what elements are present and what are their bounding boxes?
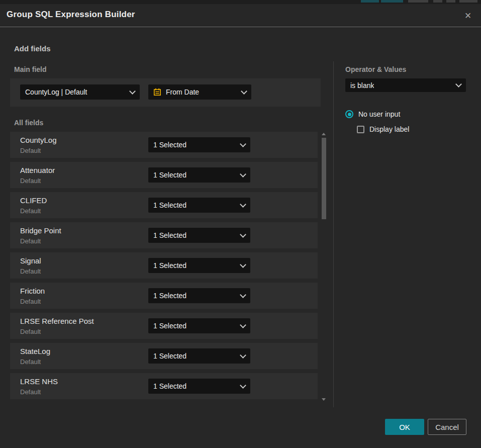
field-selection-dropdown[interactable]: 1 Selected [148, 258, 250, 273]
close-icon[interactable]: ✕ [461, 9, 475, 23]
field-row[interactable]: LRSE Reference Post Default 1 Selected [10, 313, 318, 339]
field-name: LRSE Reference Post [20, 317, 94, 325]
chevron-down-icon [240, 322, 246, 328]
scrollbar-up-arrow-icon[interactable] [322, 133, 326, 135]
column-divider [333, 61, 334, 407]
background-toolbar-fragment [361, 0, 379, 3]
chevron-down-icon [240, 231, 246, 238]
field-selection-value: 1 Selected [153, 261, 186, 270]
background-toolbar-fragment [446, 0, 455, 3]
main-field-source-dropdown[interactable]: CountyLog | Default [20, 84, 140, 100]
chevron-down-icon [240, 171, 246, 177]
field-source: Default [20, 237, 41, 245]
field-source: Default [20, 388, 41, 396]
field-selection-value: 1 Selected [153, 382, 186, 390]
field-name: Attenuator [20, 166, 55, 174]
background-toolbar-fragment [408, 0, 428, 3]
chevron-down-icon [129, 88, 136, 95]
field-source: Default [20, 358, 41, 366]
field-name: LRSE NHS [20, 377, 58, 386]
field-selection-dropdown[interactable]: 1 Selected [148, 167, 250, 183]
main-field-panel: CountyLog | Default From Date [10, 78, 321, 107]
main-field-source-value: CountyLog | Default [25, 88, 87, 96]
field-selection-value: 1 Selected [153, 201, 186, 209]
field-row[interactable]: LRSE NHS Default 1 Selected [10, 373, 318, 399]
field-source: Default [20, 177, 41, 185]
no-user-input-radio[interactable]: No user input [345, 110, 400, 118]
chevron-down-icon [240, 201, 246, 208]
field-selection-dropdown[interactable]: 1 Selected [148, 379, 250, 394]
field-source: Default [20, 267, 41, 275]
field-source: Default [20, 207, 41, 215]
field-name: CountyLog [20, 136, 57, 144]
main-field-date-value: From Date [166, 88, 199, 96]
background-app-strip [0, 0, 481, 4]
field-selection-value: 1 Selected [153, 231, 186, 239]
background-toolbar-fragment [381, 0, 403, 3]
scrollbar-down-arrow-icon[interactable] [322, 398, 326, 401]
chevron-down-icon [240, 382, 246, 389]
main-field-date-dropdown[interactable]: From Date [148, 84, 251, 100]
checkbox-unchecked-icon [357, 126, 364, 133]
dialog-titlebar: Group SQL Expression Builder ✕ [0, 4, 481, 27]
display-label-checkbox[interactable]: Display label [357, 125, 409, 133]
no-user-input-label: No user input [358, 110, 400, 118]
titlebar-divider [0, 27, 481, 27]
field-selection-value: 1 Selected [153, 141, 186, 149]
add-fields-heading: Add fields [14, 44, 51, 53]
scrollbar-thumb[interactable] [322, 138, 326, 219]
dialog-title: Group SQL Expression Builder [7, 10, 135, 20]
field-name: Friction [20, 287, 45, 295]
field-selection-dropdown[interactable]: 1 Selected [148, 288, 250, 303]
field-name: Signal [20, 256, 41, 265]
operator-dropdown-value: is blank [350, 81, 374, 89]
field-source: Default [20, 298, 41, 305]
field-selection-value: 1 Selected [153, 292, 186, 300]
field-row[interactable]: StateLog Default 1 Selected [10, 343, 318, 369]
chevron-down-icon [455, 81, 462, 87]
field-name: StateLog [20, 347, 50, 355]
ok-button[interactable]: OK [385, 419, 424, 435]
field-selection-value: 1 Selected [153, 322, 186, 330]
field-row[interactable]: CLIFED Default 1 Selected [10, 192, 318, 218]
field-name: Bridge Point [20, 226, 61, 235]
calendar-icon [153, 88, 161, 96]
background-toolbar-fragment [433, 0, 442, 3]
field-selection-value: 1 Selected [153, 352, 186, 360]
field-row[interactable]: Bridge Point Default 1 Selected [10, 222, 318, 248]
all-fields-label: All fields [14, 119, 43, 127]
display-label-label: Display label [369, 125, 409, 133]
chevron-down-icon [241, 88, 247, 95]
operator-values-heading: Operator & Values [345, 65, 406, 73]
chevron-down-icon [240, 261, 246, 268]
field-source: Default [20, 328, 41, 335]
field-selection-dropdown[interactable]: 1 Selected [148, 137, 250, 152]
all-fields-list: CountyLog Default 1 Selected Attenuator … [10, 132, 318, 403]
field-selection-dropdown[interactable]: 1 Selected [148, 228, 250, 243]
chevron-down-icon [240, 292, 246, 298]
cancel-button[interactable]: Cancel [428, 419, 466, 435]
field-selection-dropdown[interactable]: 1 Selected [148, 348, 250, 364]
main-field-label: Main field [14, 65, 47, 73]
field-selection-dropdown[interactable]: 1 Selected [148, 198, 250, 213]
screen: Group SQL Expression Builder ✕ Add field… [0, 0, 481, 448]
operator-dropdown[interactable]: is blank [345, 78, 466, 92]
radio-selected-icon [345, 110, 353, 118]
group-sql-expression-builder-dialog: Group SQL Expression Builder ✕ Add field… [0, 4, 481, 448]
field-row[interactable]: Friction Default 1 Selected [10, 283, 318, 309]
chevron-down-icon [240, 141, 246, 147]
background-toolbar-fragment [459, 0, 477, 3]
field-name: CLIFED [20, 196, 47, 205]
field-row[interactable]: CountyLog Default 1 Selected [10, 132, 318, 158]
chevron-down-icon [240, 352, 246, 359]
field-selection-dropdown[interactable]: 1 Selected [148, 318, 250, 333]
field-row[interactable]: Signal Default 1 Selected [10, 252, 318, 279]
field-row[interactable]: Attenuator Default 1 Selected [10, 162, 318, 188]
field-selection-value: 1 Selected [153, 171, 186, 179]
field-source: Default [20, 147, 41, 154]
